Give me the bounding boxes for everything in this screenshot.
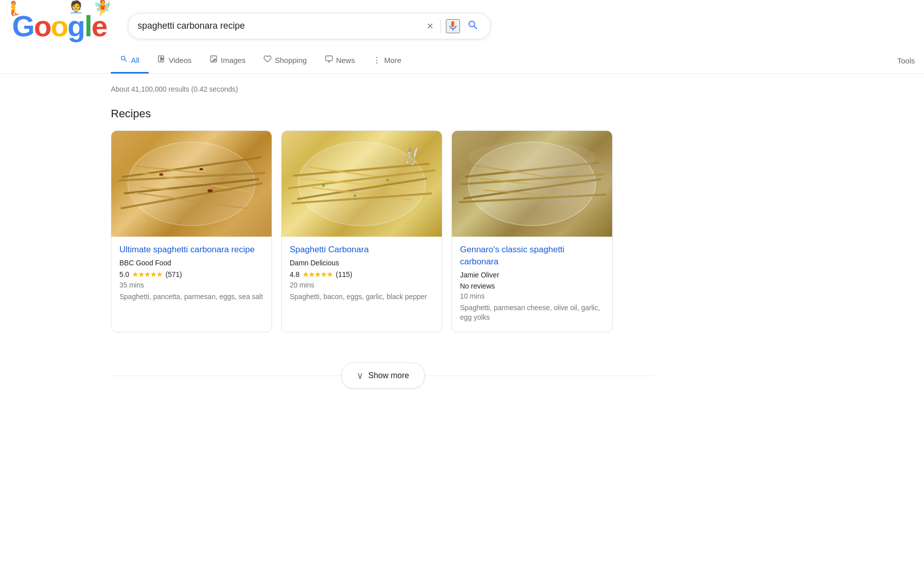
- recipe-title-2: Spaghetti Carbonara: [290, 244, 434, 256]
- videos-tab-icon: [158, 55, 166, 65]
- recipe-source-2: Damn Delicious: [290, 259, 434, 267]
- svg-point-2: [212, 57, 213, 58]
- tab-news-label: News: [336, 56, 355, 64]
- tab-all-label: All: [131, 56, 140, 64]
- recipe-card-3[interactable]: Gennaro's classic spaghetti carbonara Ja…: [451, 130, 613, 332]
- show-more-container: ∨ Show more: [111, 363, 655, 389]
- shopping-tab-icon: [263, 55, 272, 65]
- search-box: spaghetti carbonara recipe ×: [128, 13, 491, 39]
- search-divider: [440, 20, 441, 33]
- search-input[interactable]: spaghetti carbonara recipe: [138, 21, 420, 31]
- recipe-image-1: [111, 131, 272, 237]
- show-more-button[interactable]: ∨ Show more: [341, 363, 425, 389]
- results-count: About 41,100,000 results (0.42 seconds): [111, 85, 655, 93]
- tab-all[interactable]: All: [111, 48, 149, 74]
- show-more-label: Show more: [368, 371, 409, 380]
- mic-icon: [447, 20, 459, 32]
- recipe-no-reviews-3: No reviews: [460, 282, 495, 290]
- recipe-reviews-2: (115): [336, 270, 352, 278]
- voice-search-button[interactable]: [446, 19, 460, 33]
- tab-videos-label: Videos: [169, 56, 192, 64]
- main-content: About 41,100,000 results (0.42 seconds) …: [0, 85, 655, 389]
- recipe-stars-1: ★★★★★: [132, 270, 162, 279]
- tab-videos[interactable]: Videos: [149, 48, 201, 74]
- all-tab-icon: [120, 55, 128, 65]
- tab-images[interactable]: Images: [201, 48, 254, 74]
- recipe-reviews-1: (571): [165, 270, 182, 278]
- more-tab-icon: ⋮: [373, 55, 381, 65]
- tab-images-label: Images: [221, 56, 245, 64]
- recipe-info-3: Gennaro's classic spaghetti carbonara Ja…: [452, 237, 612, 332]
- recipe-title-1: Ultimate spaghetti carbonara recipe: [119, 244, 263, 256]
- recipe-info-2: Spaghetti Carbonara Damn Delicious 4.8 ★…: [282, 237, 442, 311]
- recipe-rating-row-3: No reviews: [460, 282, 604, 290]
- recipe-ingredients-1: Spaghetti, pancetta, parmesan, eggs, sea…: [119, 292, 263, 302]
- recipes-section-title: Recipes: [111, 107, 655, 120]
- clear-button[interactable]: ×: [425, 19, 435, 34]
- recipe-stars-2: ★★★★★: [302, 270, 333, 279]
- recipe-time-3: 10 mins: [460, 292, 604, 300]
- recipe-card-2[interactable]: 🍴 Spaghetti Carbonara Damn Delicious 4.8…: [281, 130, 442, 332]
- tab-news[interactable]: News: [316, 48, 364, 74]
- recipe-rating-row-2: 4.8 ★★★★★ (115): [290, 270, 434, 279]
- header: 🧜 Goog🧑‍💼le 🧚 spaghetti carbonara recipe…: [0, 0, 924, 43]
- tab-shopping[interactable]: Shopping: [254, 48, 315, 74]
- images-tab-icon: [210, 55, 218, 65]
- news-tab-icon: [325, 55, 333, 65]
- svg-rect-3: [325, 56, 332, 60]
- recipe-card-1[interactable]: Ultimate spaghetti carbonara recipe BBC …: [111, 130, 272, 332]
- recipe-info-1: Ultimate spaghetti carbonara recipe BBC …: [111, 237, 272, 311]
- logo-text: Goog🧑‍💼le: [12, 9, 107, 43]
- recipe-rating-num-2: 4.8: [290, 270, 299, 278]
- search-button[interactable]: [465, 17, 481, 35]
- nav-tabs: All Videos Images Shopping News ⋮ More T…: [0, 48, 924, 74]
- logo-area: 🧜 Goog🧑‍💼le 🧚: [12, 9, 118, 43]
- recipe-rating-num-1: 5.0: [119, 270, 129, 278]
- recipe-source-1: BBC Good Food: [119, 259, 263, 267]
- search-container: spaghetti carbonara recipe ×: [128, 13, 491, 39]
- recipe-time-2: 20 mins: [290, 281, 434, 289]
- tools-button[interactable]: Tools: [888, 49, 924, 72]
- recipe-image-3: [452, 131, 612, 237]
- tab-shopping-label: Shopping: [275, 56, 306, 64]
- search-icon: [467, 19, 479, 31]
- recipe-cards: Ultimate spaghetti carbonara recipe BBC …: [111, 130, 655, 332]
- recipe-image-2: 🍴: [282, 131, 442, 237]
- doodle-face: 🧑‍💼: [69, 0, 83, 14]
- recipe-time-1: 35 mins: [119, 281, 263, 289]
- chevron-down-icon: ∨: [357, 370, 363, 381]
- google-logo[interactable]: 🧜 Goog🧑‍💼le 🧚: [12, 9, 107, 43]
- recipe-rating-row-1: 5.0 ★★★★★ (571): [119, 270, 263, 279]
- doodle-figure-right: 🧚: [93, 0, 112, 17]
- recipe-source-3: Jamie Oliver: [460, 271, 604, 279]
- recipe-ingredients-3: Spaghetti, parmesan cheese, olive oil, g…: [460, 303, 604, 323]
- tab-more[interactable]: ⋮ More: [364, 48, 410, 74]
- recipe-title-3: Gennaro's classic spaghetti carbonara: [460, 244, 604, 268]
- recipe-ingredients-2: Spaghetti, bacon, eggs, garlic, black pe…: [290, 292, 434, 302]
- tab-more-label: More: [384, 56, 401, 64]
